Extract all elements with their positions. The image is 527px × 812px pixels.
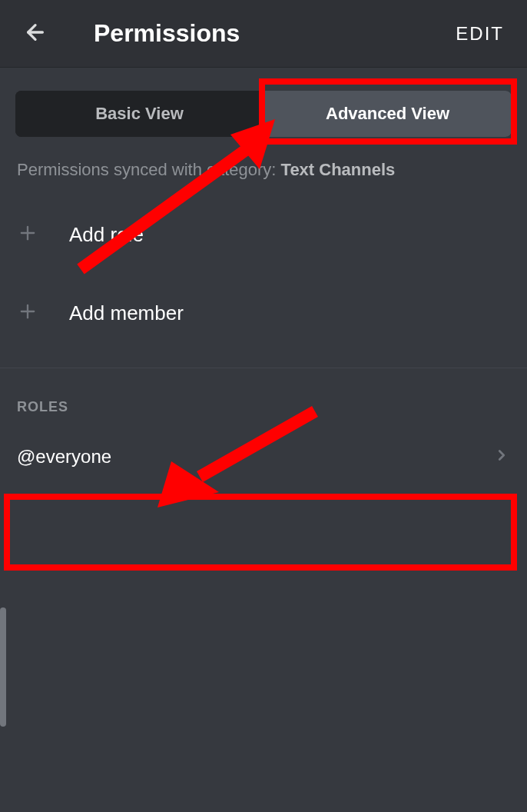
tab-advanced-view[interactable]: Advanced View: [264, 91, 512, 137]
add-member-button[interactable]: Add member: [0, 274, 527, 352]
content-area: Basic View Advanced View Permissions syn…: [0, 68, 527, 491]
add-role-button[interactable]: Add role: [0, 195, 527, 274]
scroll-indicator[interactable]: [0, 607, 6, 727]
roles-section-header: ROLES: [0, 368, 527, 423]
sync-status-text: Permissions synced with category: Text C…: [0, 137, 527, 195]
view-tabs: Basic View Advanced View: [15, 91, 512, 137]
plus-icon: [17, 222, 38, 247]
sync-category-name: Text Channels: [281, 160, 396, 179]
role-row-everyone[interactable]: @everyone: [0, 423, 527, 491]
sync-label: Permissions synced with category:: [17, 160, 281, 179]
chevron-right-icon: [493, 447, 510, 467]
header-bar: Permissions EDIT: [0, 0, 527, 68]
page-title: Permissions: [94, 19, 240, 48]
annotation-box-everyone: [4, 494, 517, 571]
role-name: @everyone: [17, 446, 111, 468]
back-arrow-icon[interactable]: [15, 12, 55, 55]
add-role-label: Add role: [69, 223, 144, 247]
tab-basic-view[interactable]: Basic View: [15, 91, 264, 137]
plus-icon: [17, 301, 38, 325]
edit-button[interactable]: EDIT: [448, 15, 512, 52]
add-member-label: Add member: [69, 301, 184, 325]
